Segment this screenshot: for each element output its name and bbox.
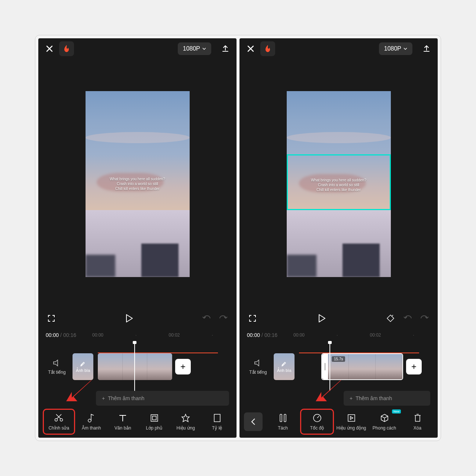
motion-icon	[346, 413, 357, 423]
overlay-text: What brings you here all sudden? Crash i…	[86, 177, 190, 191]
tool-edit[interactable]: Chỉnh sửa	[43, 409, 75, 435]
svg-rect-5	[214, 414, 220, 422]
ratio-icon	[212, 413, 222, 423]
mute-toggle[interactable]: Tắt tiếng	[247, 358, 269, 375]
add-clip-button[interactable]: +	[175, 359, 191, 374]
clip-track[interactable]: 15.7s +	[299, 353, 430, 380]
tool-delete[interactable]: Xóa	[402, 409, 433, 435]
export-button[interactable]	[421, 44, 432, 54]
clip-handle-left[interactable]	[322, 354, 328, 379]
close-button[interactable]	[245, 44, 256, 54]
timeline-area[interactable]: Tắt tiếng Ảnh bìa +	[38, 342, 237, 391]
svg-point-1	[60, 419, 63, 421]
bottom-toolbar: Chỉnh sửa Âm thanh Văn bản Lớp phủ Hiệu …	[38, 406, 237, 438]
add-audio-button[interactable]: + Thêm âm thanh	[344, 391, 430, 406]
bottom-toolbar: Tách Tốc độ Hiệu ứng động New Phong cách…	[239, 406, 438, 438]
overlay-icon	[149, 413, 160, 423]
undo-button[interactable]	[201, 313, 212, 324]
controls-row	[239, 309, 438, 328]
play-button[interactable]	[264, 313, 379, 324]
svg-point-0	[55, 419, 58, 421]
top-bar: 1080P	[239, 38, 438, 59]
redo-button[interactable]	[419, 313, 430, 324]
playhead[interactable]	[329, 342, 330, 391]
back-button[interactable]	[244, 412, 263, 431]
preview-canvas[interactable]: What brings you here all sudden? Crash i…	[86, 91, 190, 277]
fullscreen-button[interactable]	[46, 313, 57, 324]
overlay-text: What brings you here all sudden? Crash i…	[288, 178, 390, 192]
svg-rect-4	[152, 416, 156, 420]
tool-overlay[interactable]: Lớp phủ	[139, 409, 170, 435]
time-row: 00:00 / 00:16 00:00 · 00:02 ·	[239, 328, 438, 342]
svg-rect-9	[348, 415, 355, 421]
new-badge: New	[392, 409, 401, 414]
resolution-selector[interactable]: 1080P	[178, 42, 211, 55]
undo-button[interactable]	[402, 313, 413, 324]
music-note-icon	[86, 413, 97, 423]
speed-icon	[312, 413, 322, 423]
playhead[interactable]	[134, 342, 135, 391]
flame-button[interactable]	[260, 41, 275, 56]
svg-rect-3	[151, 415, 158, 421]
tool-text[interactable]: Văn bản	[108, 409, 138, 435]
resolution-selector[interactable]: 1080P	[379, 42, 412, 55]
right-panel: 1080P What brings you here all sudden? C…	[239, 38, 438, 438]
left-panel: 1080P What brings you here all sudden? C…	[38, 38, 237, 438]
svg-rect-6	[280, 414, 282, 422]
resolution-label: 1080P	[183, 45, 200, 52]
clip-track[interactable]: +	[98, 353, 229, 380]
tool-audio[interactable]: Âm thanh	[77, 409, 107, 435]
text-icon	[118, 413, 128, 423]
tool-style[interactable]: New Phong cách	[369, 409, 400, 435]
export-button[interactable]	[220, 44, 231, 54]
top-bar: 1080P	[38, 38, 237, 59]
close-button[interactable]	[44, 44, 55, 54]
add-clip-button[interactable]: +	[406, 359, 422, 374]
time-total: 00:16	[63, 332, 76, 338]
controls-row	[38, 309, 237, 328]
keyframe-button[interactable]	[385, 313, 396, 324]
tool-effects[interactable]: Hiệu ứng	[171, 409, 201, 435]
star-icon	[180, 413, 191, 423]
time-row: 00:00 / 00:16 00:00 · 00:02 ·	[38, 328, 237, 342]
svg-point-2	[88, 419, 91, 422]
play-button[interactable]	[63, 313, 195, 324]
fullscreen-button[interactable]	[247, 313, 258, 324]
svg-rect-7	[284, 414, 286, 422]
tool-motion[interactable]: Hiệu ứng động	[335, 409, 367, 435]
flame-button[interactable]	[59, 41, 74, 56]
scissors-icon	[54, 413, 64, 423]
preview-area: What brings you here all sudden? Crash i…	[239, 59, 438, 309]
preview-canvas[interactable]: What brings you here all sudden? Crash i…	[287, 91, 391, 277]
trash-icon	[412, 413, 423, 423]
tool-ratio[interactable]: Tỷ lệ	[202, 409, 232, 435]
redo-button[interactable]	[218, 313, 229, 324]
cover-thumb[interactable]: Ảnh bìa	[72, 353, 94, 380]
timeline-area[interactable]: Tắt tiếng Ảnh bìa 15.7s +	[239, 342, 438, 391]
preview-area: What brings you here all sudden? Crash i…	[38, 59, 237, 309]
cube-icon	[379, 413, 390, 423]
split-icon	[278, 413, 288, 423]
time-current: 00:00	[46, 332, 59, 338]
tool-split[interactable]: Tách	[267, 409, 299, 435]
cover-thumb[interactable]: Ảnh bìa	[273, 353, 295, 380]
tool-speed[interactable]: Tốc độ	[300, 409, 334, 435]
add-audio-button[interactable]: + Thêm âm thanh	[96, 391, 229, 406]
clip-duration: 15.7s	[332, 356, 345, 362]
mute-toggle[interactable]: Tắt tiếng	[46, 358, 68, 375]
